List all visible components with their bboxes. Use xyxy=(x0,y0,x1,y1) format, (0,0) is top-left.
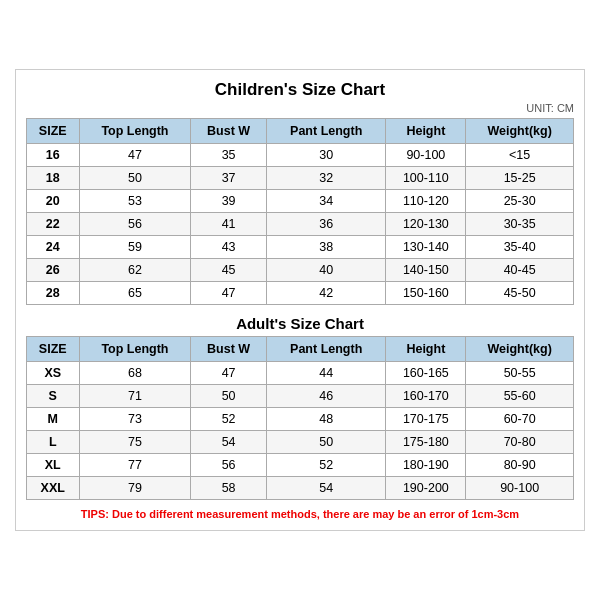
table-cell: 26 xyxy=(27,259,80,282)
table-cell: 79 xyxy=(79,477,191,500)
table-cell: 110-120 xyxy=(386,190,466,213)
table-cell: 130-140 xyxy=(386,236,466,259)
table-cell: 38 xyxy=(266,236,386,259)
table-cell: M xyxy=(27,408,80,431)
table-cell: 36 xyxy=(266,213,386,236)
table-cell: 190-200 xyxy=(386,477,466,500)
table-cell: 90-100 xyxy=(466,477,574,500)
adult-col-header: Weight(kg) xyxy=(466,337,574,362)
table-cell: 47 xyxy=(191,362,267,385)
table-cell: 42 xyxy=(266,282,386,305)
table-row: XL775652180-19080-90 xyxy=(27,454,574,477)
table-cell: 65 xyxy=(79,282,191,305)
table-cell: 71 xyxy=(79,385,191,408)
children-col-header: SIZE xyxy=(27,119,80,144)
table-cell: 30 xyxy=(266,144,386,167)
table-cell: 41 xyxy=(191,213,267,236)
table-cell: 180-190 xyxy=(386,454,466,477)
adult-col-header: SIZE xyxy=(27,337,80,362)
table-cell: 55-60 xyxy=(466,385,574,408)
table-cell: 35 xyxy=(191,144,267,167)
adult-col-header: Top Length xyxy=(79,337,191,362)
table-cell: 28 xyxy=(27,282,80,305)
table-row: 1647353090-100<15 xyxy=(27,144,574,167)
table-cell: 53 xyxy=(79,190,191,213)
table-cell: 30-35 xyxy=(466,213,574,236)
table-cell: 48 xyxy=(266,408,386,431)
table-row: 20533934110-12025-30 xyxy=(27,190,574,213)
adult-col-header: Height xyxy=(386,337,466,362)
adult-header-row: SIZETop LengthBust WPant LengthHeightWei… xyxy=(27,337,574,362)
table-cell: 22 xyxy=(27,213,80,236)
table-cell: 34 xyxy=(266,190,386,213)
table-cell: 140-150 xyxy=(386,259,466,282)
table-cell: 60-70 xyxy=(466,408,574,431)
table-cell: 160-165 xyxy=(386,362,466,385)
table-cell: 15-25 xyxy=(466,167,574,190)
table-cell: 54 xyxy=(266,477,386,500)
children-col-header: Height xyxy=(386,119,466,144)
table-row: 26624540140-15040-45 xyxy=(27,259,574,282)
children-col-header: Top Length xyxy=(79,119,191,144)
table-cell: 70-80 xyxy=(466,431,574,454)
table-cell: 59 xyxy=(79,236,191,259)
table-cell: XXL xyxy=(27,477,80,500)
table-cell: 80-90 xyxy=(466,454,574,477)
table-cell: 68 xyxy=(79,362,191,385)
table-cell: 45-50 xyxy=(466,282,574,305)
table-cell: XS xyxy=(27,362,80,385)
table-cell: L xyxy=(27,431,80,454)
table-cell: 47 xyxy=(79,144,191,167)
children-col-header: Weight(kg) xyxy=(466,119,574,144)
table-cell: 50 xyxy=(266,431,386,454)
table-row: S715046160-17055-60 xyxy=(27,385,574,408)
unit-label: UNIT: CM xyxy=(26,102,574,114)
table-cell: 18 xyxy=(27,167,80,190)
table-cell: 24 xyxy=(27,236,80,259)
chart-container: Children's Size Chart UNIT: CM SIZETop L… xyxy=(15,69,585,531)
table-cell: 44 xyxy=(266,362,386,385)
children-col-header: Bust W xyxy=(191,119,267,144)
table-cell: 20 xyxy=(27,190,80,213)
table-cell: 50 xyxy=(191,385,267,408)
table-cell: 50 xyxy=(79,167,191,190)
table-cell: 35-40 xyxy=(466,236,574,259)
table-cell: 62 xyxy=(79,259,191,282)
table-cell: 43 xyxy=(191,236,267,259)
table-cell: 47 xyxy=(191,282,267,305)
table-cell: 58 xyxy=(191,477,267,500)
table-cell: 16 xyxy=(27,144,80,167)
adult-chart-title: Adult's Size Chart xyxy=(26,315,574,332)
table-cell: 39 xyxy=(191,190,267,213)
table-cell: 37 xyxy=(191,167,267,190)
table-cell: 32 xyxy=(266,167,386,190)
table-row: XS684744160-16550-55 xyxy=(27,362,574,385)
table-cell: 160-170 xyxy=(386,385,466,408)
adult-tbody: XS684744160-16550-55S715046160-17055-60M… xyxy=(27,362,574,500)
table-row: XXL795854190-20090-100 xyxy=(27,477,574,500)
tips-text: TIPS: Due to different measurement metho… xyxy=(26,508,574,520)
table-cell: 170-175 xyxy=(386,408,466,431)
table-cell: 73 xyxy=(79,408,191,431)
table-cell: 52 xyxy=(191,408,267,431)
table-cell: <15 xyxy=(466,144,574,167)
adult-col-header: Bust W xyxy=(191,337,267,362)
table-row: 18503732100-11015-25 xyxy=(27,167,574,190)
table-cell: 54 xyxy=(191,431,267,454)
table-cell: 56 xyxy=(191,454,267,477)
children-header-row: SIZETop LengthBust WPant LengthHeightWei… xyxy=(27,119,574,144)
adult-size-table: SIZETop LengthBust WPant LengthHeightWei… xyxy=(26,336,574,500)
table-cell: 45 xyxy=(191,259,267,282)
table-cell: 75 xyxy=(79,431,191,454)
table-cell: 100-110 xyxy=(386,167,466,190)
table-cell: 120-130 xyxy=(386,213,466,236)
table-row: 22564136120-13030-35 xyxy=(27,213,574,236)
table-cell: 50-55 xyxy=(466,362,574,385)
table-row: 28654742150-16045-50 xyxy=(27,282,574,305)
table-cell: 52 xyxy=(266,454,386,477)
table-cell: 175-180 xyxy=(386,431,466,454)
table-cell: 46 xyxy=(266,385,386,408)
children-col-header: Pant Length xyxy=(266,119,386,144)
adult-col-header: Pant Length xyxy=(266,337,386,362)
table-cell: 56 xyxy=(79,213,191,236)
